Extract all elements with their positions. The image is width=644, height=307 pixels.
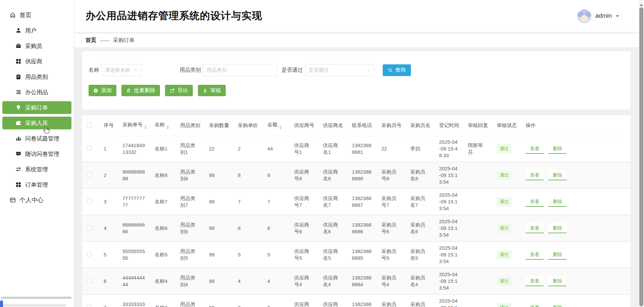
delete-button[interactable]: 删除: [548, 276, 567, 286]
sidebar-item-order[interactable]: 订单管理: [2, 178, 71, 191]
column-header-9: 联系电话: [347, 115, 377, 136]
sidebar-item-home[interactable]: 首页: [2, 9, 71, 21]
column-header-6[interactable]: 金额: [263, 115, 289, 136]
cell-actions: 查看删除: [521, 294, 631, 307]
row-checkbox-cell: [82, 162, 99, 188]
sidebar-scrollbar-thumb[interactable]: [1, 297, 71, 299]
cell-buyer_no: 采购员号7: [377, 188, 406, 215]
username: admin: [595, 12, 612, 19]
export-button[interactable]: 导出: [165, 85, 193, 96]
column-header-3: 用品类别: [175, 115, 204, 136]
cell-buyer_no: 采购员号6: [377, 215, 406, 241]
add-button-label: 添加: [101, 87, 112, 94]
cell-supplier_no: 供应商号6: [289, 215, 318, 241]
column-header-1[interactable]: 采购单号: [118, 115, 150, 136]
sidebar-item-label: 问卷试题管理: [25, 135, 59, 142]
cell-reply: 阿斯蒂芬: [463, 136, 492, 162]
app-root: 首页用户采购员供应商用品类别办公用品采购订单采购入库问卷试题管理随访问卷管理系统…: [0, 0, 644, 307]
sidebar-item-personal-center[interactable]: 个人中心: [2, 194, 71, 206]
search-button-label: 查询: [395, 67, 406, 74]
add-button[interactable]: 添加: [89, 85, 116, 96]
cell-actions: 查看删除: [521, 162, 631, 188]
view-button[interactable]: 查看: [526, 196, 544, 207]
cell-qty: 22: [204, 136, 233, 162]
cell-phone: 13823888887: [347, 188, 377, 215]
cell-name: 名称1: [150, 136, 175, 162]
view-button[interactable]: 查看: [526, 223, 544, 233]
sidebar-item-office-supplies[interactable]: 办公用品: [2, 86, 71, 99]
delete-button[interactable]: 删除: [548, 302, 567, 307]
view-button[interactable]: 查看: [526, 143, 544, 154]
sidebar-item-purchaser[interactable]: 采购员: [2, 40, 71, 52]
sidebar-item-questionnaire[interactable]: 问卷试题管理: [2, 132, 71, 145]
cell-reply: [463, 241, 492, 268]
trash-icon: [126, 88, 131, 93]
sidebar-item-label: 随访问卷管理: [25, 150, 59, 158]
row-checkbox[interactable]: [87, 225, 92, 230]
row-checkbox[interactable]: [87, 172, 92, 177]
delete-button[interactable]: 删除: [548, 196, 567, 207]
cell-actions: 查看删除: [521, 188, 631, 215]
sidebar-item-system[interactable]: 系统管理: [2, 163, 71, 176]
row-checkbox[interactable]: [87, 278, 92, 283]
sidebar-item-purchase-inbound[interactable]: 采购入库: [2, 117, 71, 129]
column-header-5: 采购单价: [233, 115, 263, 136]
name-select[interactable]: 请选择名称: [101, 64, 142, 76]
column-header-2[interactable]: 名称: [150, 115, 175, 136]
select-all-checkbox[interactable]: [87, 123, 92, 127]
category-input[interactable]: 用品类别: [203, 64, 277, 76]
sidebar-item-purchase-order[interactable]: 采购订单: [2, 101, 71, 114]
table-row: 55555555555名称5用品类别59955供应商号5供应商名51382388…: [82, 241, 631, 268]
breadcrumb-home[interactable]: 首页: [86, 37, 96, 44]
delete-button[interactable]: 删除: [548, 223, 567, 233]
delete-button[interactable]: 删除: [548, 249, 567, 260]
sidebar-item-label: 个人中心: [19, 196, 44, 204]
batch-delete-button[interactable]: 批量删除: [121, 85, 160, 96]
scrollbar-thumb[interactable]: [639, 7, 643, 306]
table-row: 11744184913332名称1用品类别122244供应商号1供应商名1138…: [82, 136, 631, 162]
column-header-15: 操作: [521, 115, 631, 136]
sidebar-item-supplier[interactable]: 供应商: [2, 55, 71, 68]
sidebar-item-supply-category[interactable]: 用品类别: [2, 70, 71, 83]
sort-carets-icon[interactable]: [279, 125, 282, 129]
column-header-10: 采购员号: [377, 115, 406, 136]
sidebar-scrollbar-track[interactable]: [2, 304, 66, 306]
sliders-icon: [15, 166, 21, 172]
view-button[interactable]: 查看: [526, 170, 544, 180]
sidebar-item-user[interactable]: 用户: [2, 24, 71, 37]
cell-qty: 99: [204, 268, 233, 294]
view-button[interactable]: 查看: [526, 276, 544, 286]
cell-seq: 2: [99, 162, 118, 188]
sort-carets-icon[interactable]: [144, 125, 147, 129]
delete-button[interactable]: 删除: [548, 170, 567, 180]
audit-button[interactable]: 审核: [198, 85, 226, 96]
view-button[interactable]: 查看: [526, 302, 544, 307]
user-menu[interactable]: admin: [577, 9, 619, 23]
sidebar-item-label: 供应商: [25, 58, 42, 65]
vertical-scrollbar[interactable]: [639, 0, 644, 307]
sidebar-item-followup[interactable]: 随访问卷管理: [2, 147, 71, 160]
view-button[interactable]: 查看: [526, 249, 544, 260]
cell-reply: [463, 188, 492, 215]
sort-carets-icon[interactable]: [166, 125, 169, 129]
row-checkbox[interactable]: [87, 146, 92, 150]
cell-seq: 5: [99, 241, 118, 268]
delete-button[interactable]: 删除: [548, 143, 567, 154]
avatar[interactable]: [577, 9, 591, 23]
cell-buyer_no: 采购员号8: [377, 162, 406, 188]
row-checkbox[interactable]: [87, 305, 92, 307]
cell-amount: 5: [263, 241, 289, 268]
search-button[interactable]: 查询: [383, 64, 411, 76]
pass-select[interactable]: 是否通过: [305, 64, 374, 76]
row-checkbox[interactable]: [87, 252, 92, 256]
sidebar-nav: 首页用户采购员供应商用品类别办公用品采购订单采购入库问卷试题管理随访问卷管理系统…: [0, 0, 74, 206]
row-checkbox[interactable]: [87, 199, 92, 203]
toolbar: 添加批量删除导出审核: [89, 85, 625, 96]
cell-order_no: 6666666666: [118, 215, 150, 241]
cell-status: 通过: [492, 241, 521, 268]
cell-amount: 7: [263, 188, 289, 215]
pass-filter-label: 是否通过: [281, 67, 303, 74]
cell-reg_time: 2025-04-09 15:13:54: [434, 162, 463, 188]
scrollbar-up-arrow-icon[interactable]: [640, 2, 643, 6]
sidebar-item-label: 用品类别: [25, 73, 48, 81]
